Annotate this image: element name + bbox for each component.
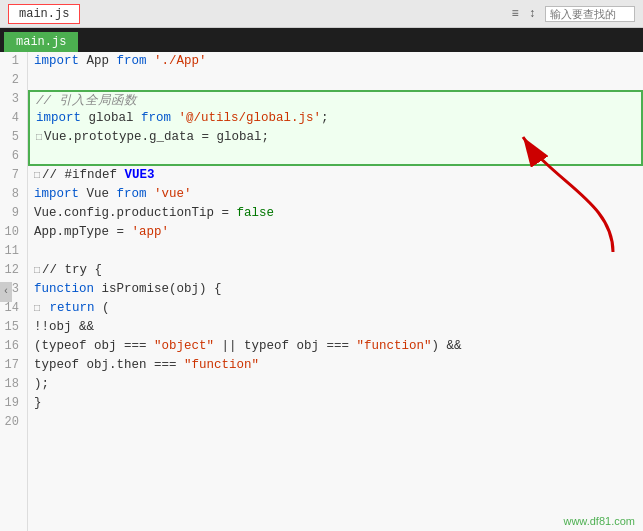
- sort-icon[interactable]: ↕: [526, 6, 539, 22]
- code-line: [28, 413, 643, 432]
- code-token: );: [34, 377, 49, 391]
- code-line: (typeof obj === "object" || typeof obj =…: [28, 337, 643, 356]
- code-line: import Vue from 'vue': [28, 185, 643, 204]
- code-token: App.mpType =: [34, 225, 132, 239]
- code-token: App: [79, 54, 117, 68]
- code-token: [42, 301, 50, 315]
- collapse-marker[interactable]: □: [34, 170, 40, 181]
- line-number: 1: [4, 52, 19, 71]
- code-line: !!obj &&: [28, 318, 643, 337]
- title-bar: main.js ≡ ↕: [0, 0, 643, 28]
- code-token: Vue.prototype.g_data = global;: [44, 130, 269, 144]
- code-line: □// try {: [28, 261, 643, 280]
- code-token: import: [34, 54, 79, 68]
- line-number: 12: [4, 261, 19, 280]
- line-number: 6: [4, 147, 19, 166]
- code-line: function isPromise(obj) {: [28, 280, 643, 299]
- code-token: from: [117, 54, 147, 68]
- code-token: import: [34, 187, 79, 201]
- code-token: from: [117, 187, 147, 201]
- file-tab-label[interactable]: main.js: [4, 32, 78, 52]
- code-token: Vue: [79, 187, 117, 201]
- code-line: import App from './App': [28, 52, 643, 71]
- line-number: 8: [4, 185, 19, 204]
- line-number: 2: [4, 71, 19, 90]
- code-token: return: [50, 301, 95, 315]
- code-token: '@/utils/global.js': [171, 111, 321, 125]
- code-token: 'app': [132, 225, 170, 239]
- code-token: "function": [184, 358, 259, 372]
- code-line: // 引入全局函数: [28, 90, 643, 109]
- code-line: import global from '@/utils/global.js';: [28, 109, 643, 128]
- line-number: 17: [4, 356, 19, 375]
- code-token: // #ifndef: [42, 168, 125, 182]
- toolbar-icons: ≡ ↕: [509, 6, 539, 22]
- collapse-marker[interactable]: □: [34, 303, 40, 314]
- line-number: 15: [4, 318, 19, 337]
- line-number: 20: [4, 413, 19, 432]
- code-token: }: [34, 396, 42, 410]
- code-token: ) &&: [432, 339, 462, 353]
- code-content[interactable]: import App from './App'// 引入全局函数import g…: [28, 52, 643, 531]
- code-token: function: [34, 282, 94, 296]
- code-token: from: [141, 111, 171, 125]
- code-line: [28, 71, 643, 90]
- code-token: isPromise(obj) {: [94, 282, 222, 296]
- code-token: (: [95, 301, 110, 315]
- code-line: App.mpType = 'app': [28, 223, 643, 242]
- collapse-marker[interactable]: □: [36, 132, 42, 143]
- code-token: 'vue': [147, 187, 192, 201]
- code-token: (typeof obj ===: [34, 339, 154, 353]
- code-line: □ return (: [28, 299, 643, 318]
- left-scroll-arrow[interactable]: ‹: [0, 282, 12, 302]
- code-line: Vue.config.productionTip = false: [28, 204, 643, 223]
- code-token: typeof obj.then ===: [34, 358, 184, 372]
- menu-icon[interactable]: ≡: [509, 6, 522, 22]
- code-line: [28, 242, 643, 261]
- line-number: 9: [4, 204, 19, 223]
- code-line: typeof obj.then === "function": [28, 356, 643, 375]
- line-number: 7: [4, 166, 19, 185]
- code-line: [28, 147, 643, 166]
- code-line: □Vue.prototype.g_data = global;: [28, 128, 643, 147]
- code-token: Vue.config.productionTip =: [34, 206, 237, 220]
- line-number: 18: [4, 375, 19, 394]
- toolbar-right: ≡ ↕: [509, 6, 635, 22]
- line-number: 3: [4, 90, 19, 109]
- code-token: ;: [321, 111, 329, 125]
- code-token: || typeof obj ===: [214, 339, 357, 353]
- code-token: "object": [154, 339, 214, 353]
- line-number: 5: [4, 128, 19, 147]
- code-token: import: [36, 111, 81, 125]
- line-number: 14: [4, 299, 19, 318]
- code-area: 1234567891011121314151617181920 import A…: [0, 52, 643, 531]
- code-line: □// #ifndef VUE3: [28, 166, 643, 185]
- file-tab-bar: main.js: [0, 28, 643, 52]
- file-tab-title[interactable]: main.js: [8, 4, 80, 24]
- search-input[interactable]: [545, 6, 635, 22]
- code-line: }: [28, 394, 643, 413]
- code-token: false: [237, 206, 275, 220]
- code-token: !!obj &&: [34, 320, 94, 334]
- line-number: 16: [4, 337, 19, 356]
- line-number: 11: [4, 242, 19, 261]
- watermark: www.df81.com: [563, 515, 635, 527]
- line-number: 4: [4, 109, 19, 128]
- code-token: './App': [147, 54, 207, 68]
- code-token: // 引入全局函数: [36, 94, 137, 108]
- collapse-marker[interactable]: □: [34, 265, 40, 276]
- line-number: 19: [4, 394, 19, 413]
- code-token: VUE3: [125, 168, 155, 182]
- editor-container: main.js 1234567891011121314151617181920 …: [0, 28, 643, 531]
- code-token: "function": [357, 339, 432, 353]
- code-line: );: [28, 375, 643, 394]
- line-number: 10: [4, 223, 19, 242]
- code-token: global: [81, 111, 141, 125]
- code-token: // try {: [42, 263, 102, 277]
